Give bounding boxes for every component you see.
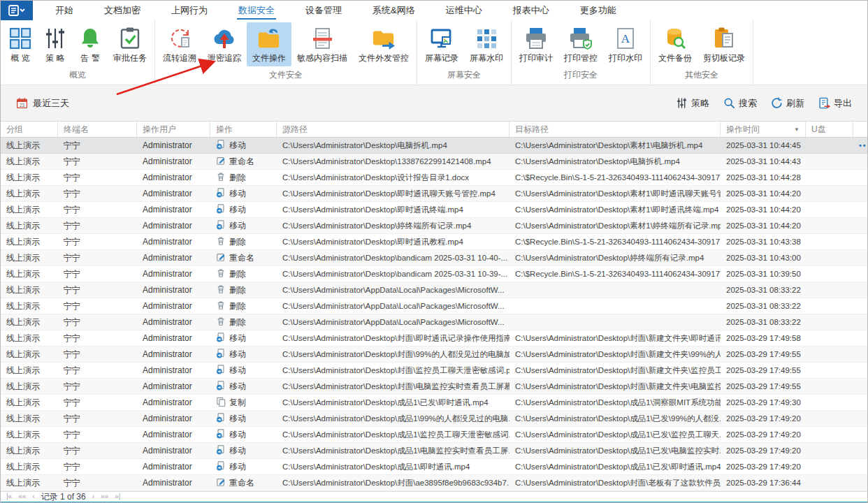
row-more-menu[interactable]: ••• <box>859 141 868 150</box>
table-row[interactable]: 线上演示宁宁Administrator删除C:\Users\Administra… <box>1 298 867 314</box>
cell-row-menu <box>853 330 868 346</box>
menu-tab-9[interactable]: 更多功能 <box>565 1 632 20</box>
op-rename-icon <box>216 156 226 166</box>
table-row[interactable]: 线上演示宁宁Administrator重命名C:\Users\Administr… <box>1 475 867 491</box>
date-range-filter[interactable]: 23 最近三天 <box>16 97 69 110</box>
cell-target-path <box>509 314 721 330</box>
first-page-icon[interactable]: |« <box>6 492 12 502</box>
column-header-2[interactable]: 终端名 <box>58 122 137 137</box>
table-row[interactable]: 线上演示宁宁Administrator复制C:\Users\Administra… <box>1 395 867 411</box>
table-row[interactable]: 线上演示宁宁Administrator移动C:\Users\Administra… <box>1 427 867 443</box>
cell-operation: 移动 <box>210 218 277 233</box>
cell-target-path <box>509 282 721 298</box>
menu-tab-3[interactable]: 上网行为 <box>156 1 223 20</box>
operation-label: 移动 <box>229 462 246 472</box>
ribbon-button-clipboard-record[interactable]: 剪切板记录 <box>697 22 751 66</box>
table-row[interactable]: 线上演示宁宁Administrator移动C:\Users\Administra… <box>1 443 867 459</box>
table-row[interactable]: 线上演示宁宁Administrator删除C:\Users\Administra… <box>1 234 867 250</box>
ribbon-button-policy-sliders[interactable]: 策 略 <box>38 22 73 66</box>
last-page-icon[interactable]: »| <box>115 492 120 502</box>
table-row[interactable]: 线上演示宁宁Administrator移动C:\Users\Administra… <box>1 379 867 395</box>
app-menu-button[interactable] <box>1 1 33 20</box>
cell-user: Administrator <box>137 475 210 490</box>
column-header-4[interactable]: 操作 <box>210 122 277 137</box>
operation-label: 移动 <box>229 205 246 214</box>
table-row[interactable]: 线上演示宁宁Administrator删除C:\Users\Administra… <box>1 170 867 186</box>
ribbon-button-approval-clipboard[interactable]: 审批任务 <box>108 22 152 66</box>
menu-tab-5[interactable]: 设备管理 <box>290 1 357 20</box>
table-row[interactable]: 线上演示宁宁Administrator重命名C:\Users\Administr… <box>1 154 867 170</box>
ribbon-button-overview-grid[interactable]: 概 览 <box>3 22 38 66</box>
fast-next-icon[interactable]: »» <box>101 492 108 502</box>
column-header-6[interactable]: 目标路径 <box>509 122 721 137</box>
column-header-3[interactable]: 操作用户 <box>137 122 210 137</box>
table-row[interactable]: 线上演示宁宁Administrator删除C:\Users\Administra… <box>1 266 867 282</box>
ribbon-button-sensitive-scan[interactable]: 敏感内容扫描 <box>291 22 353 66</box>
menu-tab-1[interactable]: 开始 <box>40 1 89 20</box>
menu-tab-7[interactable]: 运维中心 <box>431 1 498 20</box>
table-row[interactable]: 线上演示宁宁Administrator删除C:\Users\Administra… <box>1 282 867 298</box>
table-row[interactable]: 线上演示宁宁Administrator移动C:\Users\Administra… <box>1 363 867 379</box>
ribbon-button-label: 告 警 <box>80 54 99 63</box>
column-header-9[interactable] <box>853 122 868 137</box>
toolbar-action-export[interactable]: 导出 <box>818 97 852 110</box>
ribbon-button-screen-record[interactable]: 屏幕记录 <box>419 22 464 66</box>
toolbar-action-search[interactable]: 搜索 <box>723 97 757 110</box>
ribbon-button-print-audit[interactable]: 打印审计 <box>514 22 558 66</box>
column-header-7[interactable]: 操作时间▼ <box>721 122 806 137</box>
cell-time: 2025-03-31 08:33:22 <box>721 282 806 298</box>
next-page-icon[interactable]: › <box>92 492 94 502</box>
ribbon-button-leak-trace[interactable]: 泄密追踪 <box>202 22 247 66</box>
menu-tab-4[interactable]: 数据安全 <box>223 1 290 20</box>
ribbon-group-label: 概览 <box>3 68 152 85</box>
table-row[interactable]: 线上演示宁宁Administrator移动C:\Users\Administra… <box>1 218 867 234</box>
cell-terminal: 宁宁 <box>58 250 137 265</box>
table-row[interactable]: 线上演示宁宁Administrator重命名C:\Users\Administr… <box>1 250 867 266</box>
cell-terminal: 宁宁 <box>58 314 137 330</box>
cell-user: Administrator <box>137 186 210 201</box>
column-header-1[interactable]: 分组 <box>1 122 58 137</box>
cell-row-menu <box>853 459 868 474</box>
prev-page-icon[interactable]: ‹ <box>32 492 34 502</box>
cell-source-path: C:\Users\Administrator\Desktop\封面\监控员工聊天… <box>277 363 509 378</box>
ribbon-button-file-backup[interactable]: 文件备份 <box>653 22 697 66</box>
column-header-label: 终端名 <box>64 124 89 136</box>
column-header-5[interactable]: 源路径 <box>277 122 509 137</box>
ribbon-button-print-control[interactable]: 打印管控 <box>558 22 603 66</box>
table-row[interactable]: 线上演示宁宁Administrator移动C:\Users\Administra… <box>1 186 867 202</box>
cell-user: Administrator <box>137 411 210 426</box>
ribbon-button-file-outgoing[interactable]: 文件外发管控 <box>353 22 414 66</box>
cell-terminal: 宁宁 <box>58 411 137 426</box>
table-row[interactable]: 线上演示宁宁Administrator移动C:\Users\Administra… <box>1 347 867 363</box>
ribbon-button-screen-watermark[interactable]: 屏幕水印 <box>464 22 509 66</box>
menu-tab-6[interactable]: 系统&网络 <box>357 1 431 20</box>
table-row[interactable]: 线上演示宁宁Administrator移动C:\Users\Administra… <box>1 138 867 154</box>
cell-usb <box>806 411 853 426</box>
fast-prev-icon[interactable]: «« <box>18 492 26 502</box>
cell-terminal: 宁宁 <box>58 443 137 458</box>
table-row[interactable]: 线上演示宁宁Administrator移动C:\Users\Administra… <box>1 202 867 218</box>
menu-tab-2[interactable]: 文档加密 <box>89 1 156 20</box>
ribbon-button-print-watermark[interactable]: A打印水印 <box>603 22 648 66</box>
column-header-8[interactable]: U盘 <box>806 122 853 137</box>
table-row[interactable]: 线上演示宁宁Administrator移动C:\Users\Administra… <box>1 330 867 347</box>
cell-source-path: C:\Users\Administrator\Desktop\bandicam … <box>277 250 509 265</box>
toolbar-action-policy-sliders-small[interactable]: 策略 <box>676 97 709 110</box>
table-row[interactable]: 线上演示宁宁Administrator删除C:\Users\Administra… <box>1 314 867 330</box>
cell-terminal: 宁宁 <box>58 186 137 201</box>
ribbon-button-alert-bell[interactable]: 告 警 <box>73 22 108 66</box>
ribbon-button-flow-trace[interactable]: 流转追溯 <box>157 22 202 66</box>
table-row[interactable]: 线上演示宁宁Administrator移动C:\Users\Administra… <box>1 459 867 475</box>
toolbar-action-refresh[interactable]: 刷新 <box>771 97 804 110</box>
cell-group: 线上演示 <box>1 266 58 282</box>
cell-usb <box>806 218 853 233</box>
column-header-label: 操作 <box>216 124 233 136</box>
ribbon-button-file-operation[interactable]: 文件操作 <box>247 22 291 66</box>
column-header-label: 操作用户 <box>143 124 176 136</box>
svg-text:23: 23 <box>20 103 25 108</box>
menu-tab-8[interactable]: 报表中心 <box>498 1 565 20</box>
cell-target-path: C:\Users\Administrator\Desktop\素材1\即时通讯终… <box>509 202 721 217</box>
cell-user: Administrator <box>137 298 210 314</box>
table-row[interactable]: 线上演示宁宁Administrator移动C:\Users\Administra… <box>1 411 867 427</box>
sort-caret-icon[interactable]: ▼ <box>794 126 800 133</box>
